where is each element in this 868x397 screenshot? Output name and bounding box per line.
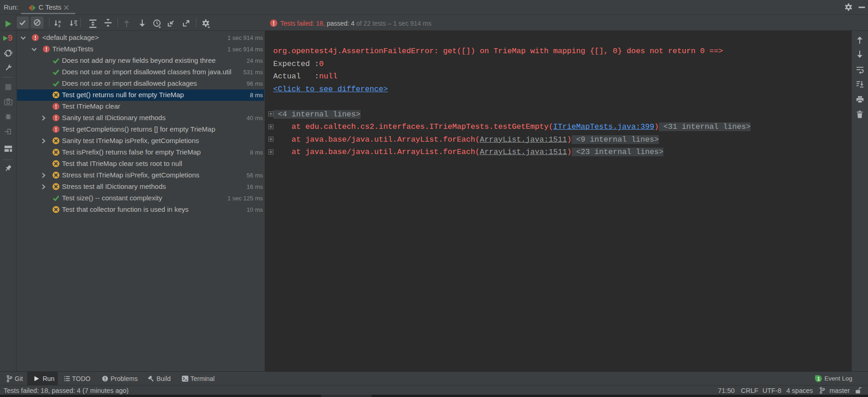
svg-text:z: z bbox=[58, 23, 61, 28]
svg-text:1: 1 bbox=[817, 376, 820, 381]
svg-text:9: 9 bbox=[8, 33, 12, 43]
